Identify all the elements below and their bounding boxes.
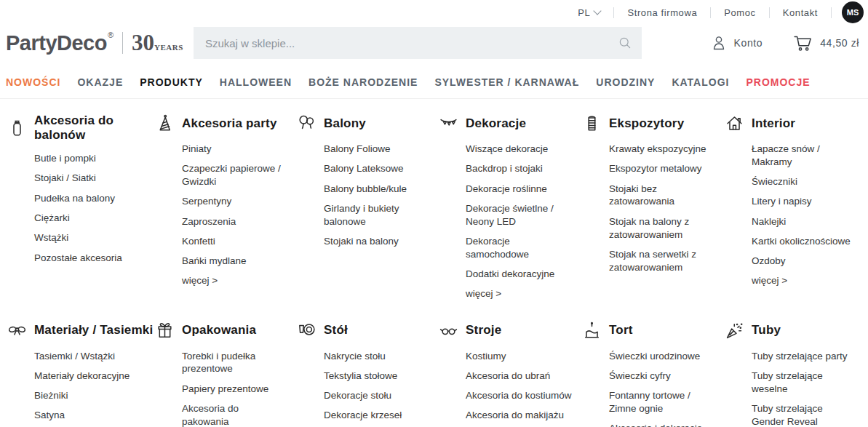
category-link[interactable]: Dekoracje świetlne / Neony LED: [466, 202, 572, 228]
category-link[interactable]: Girlandy i bukiety balonowe: [324, 202, 429, 228]
more-link[interactable]: więcej >: [182, 275, 287, 286]
topbar-link-strona-firmowa[interactable]: Strona firmowa: [614, 7, 710, 18]
category-link[interactable]: Fontanny tortowe / Zimne ognie: [609, 389, 714, 415]
category-link[interactable]: Ekspozytor metalowy: [609, 162, 714, 175]
category-link[interactable]: Akcesoria do pakowania: [182, 402, 287, 427]
category-header[interactable]: Stół: [297, 321, 439, 340]
category-link[interactable]: Pozostałe akcesoria: [34, 252, 145, 265]
category-link[interactable]: Akcesoria do kostiumów: [466, 389, 572, 402]
category-link[interactable]: Dekoracje roślinne: [466, 183, 572, 196]
category-link[interactable]: Krawaty ekspozycyjne: [609, 143, 714, 156]
account-button[interactable]: Konto: [710, 34, 763, 52]
category-link[interactable]: Butle i pompki: [34, 152, 145, 165]
category-header[interactable]: Akcesoria party: [155, 113, 297, 133]
nav-item-4[interactable]: BOŻE NARODZENIE: [308, 76, 418, 88]
category-link[interactable]: Dekoracje stołu: [324, 389, 429, 402]
category-title: Akcesoria do balonów: [34, 113, 155, 143]
category-header[interactable]: Akcesoria do balonów: [7, 113, 155, 143]
category-header[interactable]: Tuby: [725, 321, 865, 340]
category-link[interactable]: Tuby strzelające weselne: [752, 370, 855, 396]
category-link[interactable]: Torebki i pudełka prezentowe: [182, 350, 287, 376]
category-link[interactable]: Tuby strzelające party: [752, 350, 855, 363]
category-link[interactable]: Backdrop i stojaki: [466, 162, 572, 175]
category-link[interactable]: Zaproszenia: [182, 215, 287, 228]
chevron-down-icon: [594, 7, 602, 15]
category-link[interactable]: Kartki okolicznościowe: [752, 235, 855, 248]
category-link[interactable]: Dekoracje krzeseł: [324, 409, 429, 422]
category-link[interactable]: Akcesoria i dekoracje do wypieków: [609, 422, 714, 427]
category-link[interactable]: Ozdoby: [752, 255, 855, 268]
nav-item-2[interactable]: PRODUKTY: [140, 76, 203, 88]
category-link[interactable]: Piniaty: [182, 143, 287, 156]
nav-item-3[interactable]: HALLOWEEN: [220, 76, 292, 88]
category-link[interactable]: Balony bubble/kule: [324, 183, 429, 196]
category-link[interactable]: Akcesoria do makijażu: [466, 409, 572, 422]
category-link[interactable]: Pudełka na balony: [34, 192, 145, 205]
search-icon[interactable]: [618, 36, 632, 53]
category-header[interactable]: Interior: [725, 113, 865, 133]
category-link[interactable]: Serpentyny: [182, 195, 287, 208]
category-link[interactable]: Konfetti: [182, 235, 287, 248]
category-link[interactable]: Nakrycie stołu: [324, 350, 429, 363]
nav-item-0[interactable]: NOWOŚCI: [6, 76, 60, 88]
category-link[interactable]: Świeczki cyfry: [609, 370, 714, 383]
category-link[interactable]: Ciężarki: [34, 212, 145, 225]
category-link[interactable]: Bańki mydlane: [182, 255, 287, 268]
nav-item-6[interactable]: URODZINY: [596, 76, 655, 88]
bow-icon: [7, 321, 27, 340]
category-link[interactable]: Akcesoria do ubrań: [466, 370, 572, 383]
nav-item-5[interactable]: SYLWESTER / KARNAWAŁ: [434, 76, 579, 88]
category-header[interactable]: Opakowania: [155, 321, 297, 340]
category-link[interactable]: Papiery prezentowe: [182, 383, 287, 396]
party-hat-icon: [155, 113, 175, 133]
cart-button[interactable]: 44,50 zł: [793, 33, 859, 52]
category-link[interactable]: Dodatki dekoracyjne: [466, 268, 572, 281]
language-selector[interactable]: PL: [565, 7, 613, 18]
category-link[interactable]: Satyna: [34, 409, 145, 422]
category-header[interactable]: Tort: [582, 321, 725, 340]
more-link[interactable]: więcej >: [752, 275, 855, 286]
glasses-icon: [439, 321, 458, 340]
category-link[interactable]: Balony Foliowe: [324, 143, 429, 156]
category-column: BalonyBalony FolioweBalony LateksoweBalo…: [297, 113, 439, 299]
category-link[interactable]: Tuby strzelające Gender Reveal: [752, 402, 855, 427]
category-link[interactable]: Tekstylia stołowe: [324, 370, 429, 383]
category-link[interactable]: Stojaki bez zatowarowania: [609, 183, 714, 209]
category-link[interactable]: Materiały dekoracyjne: [34, 370, 145, 383]
category-header[interactable]: Ekspozytory: [582, 113, 725, 133]
category-header[interactable]: Dekoracje: [439, 113, 582, 133]
category-header[interactable]: Balony: [297, 113, 439, 133]
category-items: Butle i pompkiStojaki / SiatkiPudełka na…: [7, 152, 155, 264]
category-link[interactable]: Stojaki na balony: [324, 235, 429, 248]
topbar-link-kontakt[interactable]: Kontakt: [770, 7, 831, 18]
category-link[interactable]: Balony Lateksowe: [324, 162, 429, 175]
category-link[interactable]: Dekoracje samochodowe: [466, 235, 572, 261]
category-link[interactable]: Bieżniki: [34, 389, 145, 402]
topbar-link-pomoc[interactable]: Pomoc: [711, 7, 768, 18]
category-title: Tuby: [752, 323, 781, 338]
category-header[interactable]: Stroje: [439, 321, 582, 340]
category-link[interactable]: Litery i napisy: [752, 195, 855, 208]
search-input[interactable]: [194, 27, 642, 59]
category-header[interactable]: Materiały / Tasiemki: [7, 321, 155, 340]
category-link[interactable]: Stojak na balony z zatowarowaniem: [609, 215, 714, 242]
category-link[interactable]: Świeczniki: [752, 175, 855, 188]
category-link[interactable]: Wiszące dekoracje: [466, 143, 572, 156]
partydeco-logo[interactable]: PartyDeco® 30YEARS: [6, 30, 183, 56]
category-link[interactable]: Tasiemki / Wstążki: [34, 350, 145, 363]
user-avatar[interactable]: MS: [842, 1, 864, 23]
category-link[interactable]: Świeczki urodzinowe: [609, 350, 714, 363]
category-title: Tort: [609, 323, 633, 338]
category-link[interactable]: Stojak na serwetki z zatowarowaniem: [609, 248, 714, 274]
category-title: Stroje: [466, 323, 501, 338]
category-link[interactable]: Wstążki: [34, 231, 145, 244]
category-link[interactable]: Kostiumy: [466, 350, 572, 363]
nav-item-8[interactable]: PROMOCJE: [746, 76, 810, 88]
category-link[interactable]: Czapeczki papierowe / Gwizdki: [182, 162, 287, 188]
more-link[interactable]: więcej >: [466, 288, 572, 299]
category-link[interactable]: Naklejki: [752, 215, 855, 228]
nav-item-1[interactable]: OKAZJE: [77, 76, 123, 88]
category-link[interactable]: Stojaki / Siatki: [34, 172, 145, 185]
category-link[interactable]: Łapacze snów / Makramy: [752, 143, 855, 169]
nav-item-7[interactable]: KATALOGI: [672, 76, 729, 88]
